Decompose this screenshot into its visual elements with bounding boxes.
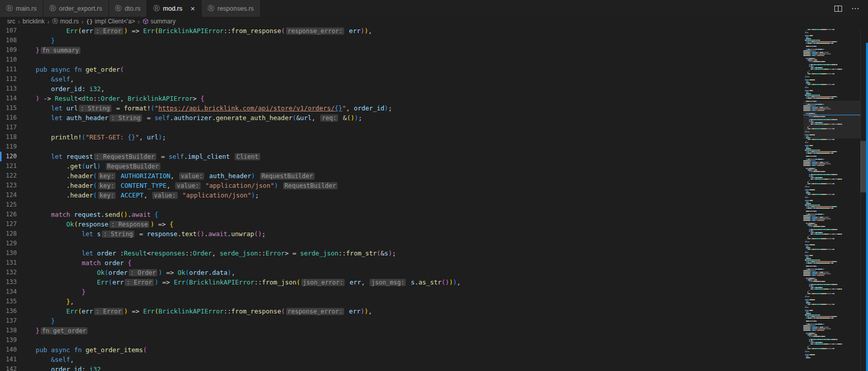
line-number[interactable]: 139: [0, 335, 20, 345]
line-number[interactable]: 140: [0, 345, 20, 355]
line-number[interactable]: 131: [0, 258, 20, 268]
code-line-142[interactable]: order_id: i32: [20, 364, 803, 371]
line-number[interactable]: 119: [0, 142, 20, 152]
line-number[interactable]: 126: [0, 210, 20, 219]
rust-file-icon: Ⓡ: [153, 5, 160, 12]
code-line-124[interactable]: .header(key: ACCEPT, value: "application…: [20, 190, 803, 200]
code-line-141[interactable]: &self,: [20, 355, 803, 364]
code-line-131[interactable]: match order {: [20, 258, 803, 268]
line-number[interactable]: 125: [0, 200, 20, 210]
line-number[interactable]: 132: [0, 268, 20, 277]
code-line-133[interactable]: Err(err: Error) => Err(BricklinkAPIError…: [20, 277, 803, 287]
code-line-117[interactable]: [20, 123, 803, 132]
line-number[interactable]: 141: [0, 355, 20, 364]
line-number[interactable]: 111: [0, 65, 20, 74]
line-number[interactable]: 107: [0, 26, 20, 36]
line-number[interactable]: 128: [0, 229, 20, 239]
line-number[interactable]: 110: [0, 55, 20, 65]
line-number-gutter[interactable]: 1071081091101111121131141151161171181191…: [0, 26, 20, 371]
breadcrumb-item-summary[interactable]: summary: [143, 18, 176, 25]
breadcrumb-item-src[interactable]: src: [7, 18, 15, 25]
editor-scrollbar[interactable]: [860, 26, 866, 371]
line-number[interactable]: 136: [0, 306, 20, 316]
line-number[interactable]: 116: [0, 113, 20, 123]
code-line-126[interactable]: match request.send().await {: [20, 210, 803, 219]
code-line-123[interactable]: .header(key: CONTENT_TYPE, value: "appli…: [20, 181, 803, 190]
code-line-134[interactable]: }: [20, 287, 803, 297]
code-editor[interactable]: 1071081091101111121131141151161171181191…: [0, 26, 868, 371]
line-number[interactable]: 130: [0, 248, 20, 258]
code-content[interactable]: Err(err: Error) => Err(BricklinkAPIError…: [20, 26, 803, 371]
line-number[interactable]: 108: [0, 36, 20, 45]
line-number[interactable]: 109: [0, 45, 20, 55]
tab-dto-rs[interactable]: Ⓡdto.rs: [109, 0, 147, 17]
code-line-128[interactable]: let s: String = response.text().await.un…: [20, 229, 803, 239]
line-number[interactable]: 122: [0, 171, 20, 181]
scrollbar-thumb[interactable]: [860, 141, 866, 192]
line-number[interactable]: 133: [0, 277, 20, 287]
code-line-111[interactable]: pub async fn get_order(: [20, 65, 803, 74]
inlay-hint: : String: [109, 115, 142, 122]
minimap-slider[interactable]: [803, 101, 860, 138]
line-number[interactable]: 117: [0, 123, 20, 132]
code-line-107[interactable]: Err(err: Error) => Err(BricklinkAPIError…: [20, 26, 803, 36]
line-number[interactable]: 129: [0, 239, 20, 248]
line-number[interactable]: 120: [0, 152, 20, 161]
tab-responses-rs[interactable]: Ⓡresponses.rs: [202, 0, 261, 17]
rust-file-icon: Ⓡ: [208, 5, 214, 12]
tab-label: dto.rs: [125, 5, 141, 12]
code-line-113[interactable]: order_id: i32,: [20, 84, 803, 94]
minimap-current-line-marker: [803, 115, 860, 116]
code-line-135[interactable]: },: [20, 297, 803, 306]
code-line-140[interactable]: pub async fn get_order_items(: [20, 345, 803, 355]
code-line-115[interactable]: let url: String = format!("https://api.b…: [20, 103, 803, 113]
line-number[interactable]: 138: [0, 326, 20, 335]
code-line-116[interactable]: let auth_header: String = self.authorize…: [20, 113, 803, 123]
line-number[interactable]: 142: [0, 364, 20, 371]
line-number[interactable]: 134: [0, 287, 20, 297]
inlay-hint: json_msg:: [370, 279, 406, 286]
line-number[interactable]: 121: [0, 161, 20, 171]
code-line-132[interactable]: Ok(order: Order) => Ok(order.data),: [20, 268, 803, 277]
line-number[interactable]: 112: [0, 74, 20, 84]
breadcrumb-label: impl Client<'a>: [95, 18, 135, 25]
code-line-114[interactable]: ) -> Result<dto::Order, BricklinkAPIErro…: [20, 94, 803, 103]
line-number[interactable]: 123: [0, 181, 20, 190]
inlay-hint: : RequestBuilder: [94, 153, 156, 160]
more-actions-icon[interactable]: ⋯: [851, 4, 860, 13]
minimap[interactable]: [803, 29, 860, 371]
code-line-121[interactable]: .get(url) RequestBuilder: [20, 161, 803, 171]
code-line-118[interactable]: println!("REST-GET: {}", url);: [20, 132, 803, 142]
line-number[interactable]: 124: [0, 190, 20, 200]
code-line-110[interactable]: [20, 55, 803, 65]
code-line-109[interactable]: }fn summary: [20, 45, 803, 55]
line-number[interactable]: 113: [0, 84, 20, 94]
code-line-139[interactable]: [20, 335, 803, 345]
breadcrumb-item-mod-rs[interactable]: Ⓡmod.rs: [52, 17, 79, 26]
code-line-120[interactable]: let request: RequestBuilder = self.impl_…: [20, 152, 803, 161]
line-number[interactable]: 114: [0, 94, 20, 103]
close-tab-icon[interactable]: ×: [190, 5, 195, 12]
breadcrumb-item-bricklink[interactable]: bricklink: [22, 18, 44, 25]
line-number[interactable]: 135: [0, 297, 20, 306]
line-number[interactable]: 127: [0, 219, 20, 229]
tab-order_export-rs[interactable]: Ⓡorder_export.rs: [43, 0, 109, 17]
code-line-122[interactable]: .header(key: AUTHORIZATION, value: auth_…: [20, 171, 803, 181]
code-line-108[interactable]: }: [20, 36, 803, 45]
tab-main-rs[interactable]: Ⓡmain.rs: [0, 0, 43, 17]
line-number[interactable]: 137: [0, 316, 20, 326]
code-line-137[interactable]: }: [20, 316, 803, 326]
line-number[interactable]: 115: [0, 103, 20, 113]
split-editor-icon[interactable]: [834, 6, 842, 12]
line-number[interactable]: 118: [0, 132, 20, 142]
code-line-119[interactable]: [20, 142, 803, 152]
code-line-112[interactable]: &self,: [20, 74, 803, 84]
code-line-138[interactable]: }fn get_order: [20, 326, 803, 335]
code-line-136[interactable]: Err(err: Error) => Err(BricklinkAPIError…: [20, 306, 803, 316]
breadcrumb-item-impl-Client-a-[interactable]: {}impl Client<'a>: [86, 18, 135, 25]
tab-mod-rs[interactable]: Ⓡmod.rs×: [147, 0, 202, 17]
code-line-129[interactable]: [20, 239, 803, 248]
code-line-127[interactable]: Ok(response: Response) => {: [20, 219, 803, 229]
code-line-125[interactable]: [20, 200, 803, 210]
code-line-130[interactable]: let order :Result<responses::Order, serd…: [20, 248, 803, 258]
